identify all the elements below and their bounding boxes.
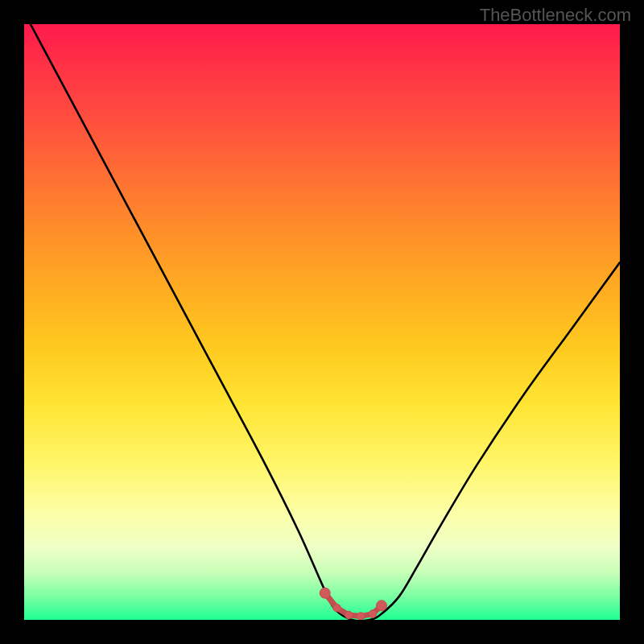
valley-marker-dot [320, 588, 330, 598]
chart-frame: TheBottleneck.com [0, 0, 644, 644]
valley-marker-dot [377, 601, 387, 611]
valley-marker-dot [357, 613, 365, 620]
curve-path [24, 24, 620, 620]
attribution-text: TheBottleneck.com [480, 5, 631, 26]
bottleneck-curve [24, 24, 620, 620]
valley-marker-dot [345, 611, 353, 619]
valley-markers [320, 588, 386, 620]
curve-layer [24, 24, 620, 620]
valley-marker-dot [369, 610, 377, 618]
valley-marker-dot [333, 604, 341, 612]
plot-area [24, 24, 620, 620]
